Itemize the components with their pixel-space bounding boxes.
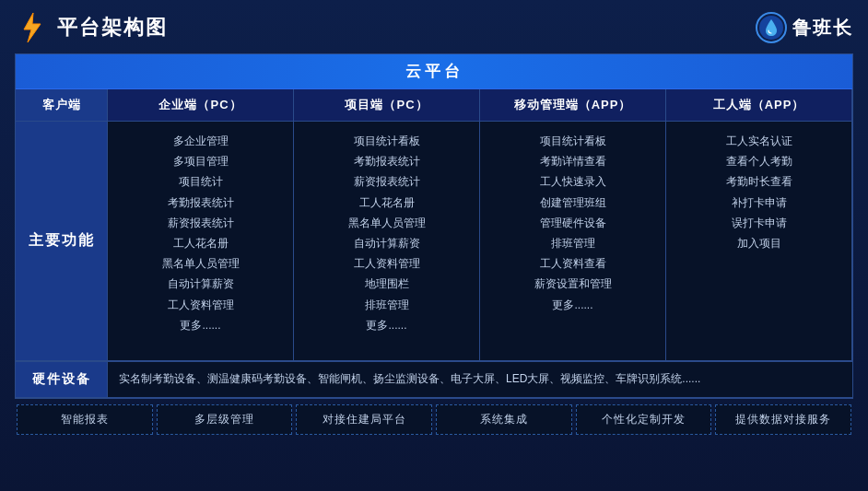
- bottom-features-row: 智能报表 多层级管理 对接住建局平台 系统集成 个性化定制开发 提供数据对接服务: [15, 404, 853, 435]
- list-item: 创建管理班组: [487, 193, 658, 213]
- list-item: 项目统计: [115, 171, 286, 192]
- page-wrapper: 平台架构图 鲁班长 云平台 客户端 企业端（PC） 项目端（PC） 移动管理端（…: [0, 0, 868, 491]
- brand-name: 鲁班长: [792, 16, 853, 41]
- list-item: 考勤时长查看: [674, 171, 844, 192]
- list-item: 薪资设置和管理: [487, 274, 658, 294]
- hardware-label: 硬件设备: [16, 362, 108, 398]
- enterprise-features-col: 多企业管理 多项目管理 项目统计 考勤报表统计 薪资报表统计 工人花名册 黑名单…: [108, 122, 294, 361]
- list-item: 误打卡申请: [674, 213, 844, 233]
- enterprise-features-list: 多企业管理 多项目管理 项目统计 考勤报表统计 薪资报表统计 工人花名册 黑名单…: [115, 131, 286, 335]
- column-headers: 客户端 企业端（PC） 项目端（PC） 移动管理端（APP） 工人端（APP）: [16, 89, 852, 122]
- list-item: 查看个人考勤: [674, 151, 844, 171]
- feature-item-3: 对接住建局平台: [296, 404, 432, 435]
- svg-marker-0: [24, 13, 41, 42]
- main-function-label: 主要功能: [16, 122, 108, 361]
- header-left: 平台架构图: [15, 11, 168, 44]
- list-item: 多项目管理: [115, 151, 286, 171]
- list-item: 更多......: [115, 315, 286, 335]
- header: 平台架构图 鲁班长: [15, 11, 853, 44]
- feature-item-4: 系统集成: [436, 404, 572, 435]
- list-item: 工人资料管理: [301, 253, 472, 274]
- hardware-row: 硬件设备 实名制考勤设备、测温健康码考勤设备、智能闸机、扬尘监测设备、电子大屏、…: [16, 361, 852, 398]
- list-item: 工人快速录入: [487, 171, 658, 192]
- project-features-list: 项目统计看板 考勤报表统计 薪资报表统计 工人花名册 黑名单人员管理 自动计算薪…: [301, 131, 472, 335]
- feature-item-5: 个性化定制开发: [576, 404, 712, 435]
- brand-logo: 鲁班长: [756, 12, 853, 43]
- list-item: 地理围栏: [301, 274, 472, 294]
- project-features-col: 项目统计看板 考勤报表统计 薪资报表统计 工人花名册 黑名单人员管理 自动计算薪…: [294, 122, 480, 361]
- list-item: 工人资料管理: [115, 295, 286, 315]
- list-item: 考勤详情查看: [487, 151, 658, 171]
- content-row: 主要功能 多企业管理 多项目管理 项目统计 考勤报表统计 薪资报表统计 工人花名…: [16, 122, 852, 361]
- brand-icon: [756, 12, 787, 43]
- logo-icon: [15, 11, 48, 44]
- feature-item-6: 提供数据对接服务: [715, 404, 851, 435]
- list-item: 更多......: [301, 315, 472, 335]
- list-item: 工人花名册: [115, 233, 286, 253]
- list-item: 黑名单人员管理: [301, 213, 472, 233]
- list-item: 项目统计看板: [301, 131, 472, 151]
- list-item: 补打卡申请: [674, 193, 844, 213]
- col-header-worker: 工人端（APP）: [666, 89, 852, 122]
- list-item: 项目统计看板: [487, 131, 658, 151]
- list-item: 排班管理: [487, 233, 658, 253]
- feature-item-1: 智能报表: [17, 404, 153, 435]
- page-title: 平台架构图: [57, 14, 168, 41]
- list-item: 加入项目: [674, 233, 844, 253]
- list-item: 工人资料查看: [487, 253, 658, 274]
- list-item: 考勤报表统计: [301, 151, 472, 171]
- worker-features-col: 工人实名认证 查看个人考勤 考勤时长查看 补打卡申请 误打卡申请 加入项目: [666, 122, 852, 361]
- list-item: 管理硬件设备: [487, 213, 658, 233]
- list-item: 黑名单人员管理: [115, 253, 286, 274]
- hardware-content: 实名制考勤设备、测温健康码考勤设备、智能闸机、扬尘监测设备、电子大屏、LED大屏…: [108, 362, 852, 398]
- col-header-mobile: 移动管理端（APP）: [480, 89, 666, 122]
- list-item: 自动计算薪资: [301, 233, 472, 253]
- list-item: 多企业管理: [115, 131, 286, 151]
- cloud-platform-banner: 云平台: [16, 54, 852, 89]
- col-header-project: 项目端（PC）: [294, 89, 480, 122]
- mobile-features-col: 项目统计看板 考勤详情查看 工人快速录入 创建管理班组 管理硬件设备 排班管理 …: [480, 122, 666, 361]
- list-item: 更多......: [487, 295, 658, 315]
- mobile-features-list: 项目统计看板 考勤详情查看 工人快速录入 创建管理班组 管理硬件设备 排班管理 …: [487, 131, 658, 315]
- list-item: 薪资报表统计: [115, 213, 286, 233]
- list-item: 工人花名册: [301, 193, 472, 213]
- main-table-container: 云平台 客户端 企业端（PC） 项目端（PC） 移动管理端（APP） 工人端（A…: [15, 53, 853, 399]
- col-header-enterprise: 企业端（PC）: [108, 89, 294, 122]
- col-header-client: 客户端: [16, 89, 108, 122]
- list-item: 薪资报表统计: [301, 171, 472, 192]
- list-item: 排班管理: [301, 295, 472, 315]
- feature-item-2: 多层级管理: [157, 404, 293, 435]
- list-item: 自动计算薪资: [115, 274, 286, 294]
- list-item: 工人实名认证: [674, 131, 844, 151]
- list-item: 考勤报表统计: [115, 193, 286, 213]
- worker-features-list: 工人实名认证 查看个人考勤 考勤时长查看 补打卡申请 误打卡申请 加入项目: [674, 131, 844, 253]
